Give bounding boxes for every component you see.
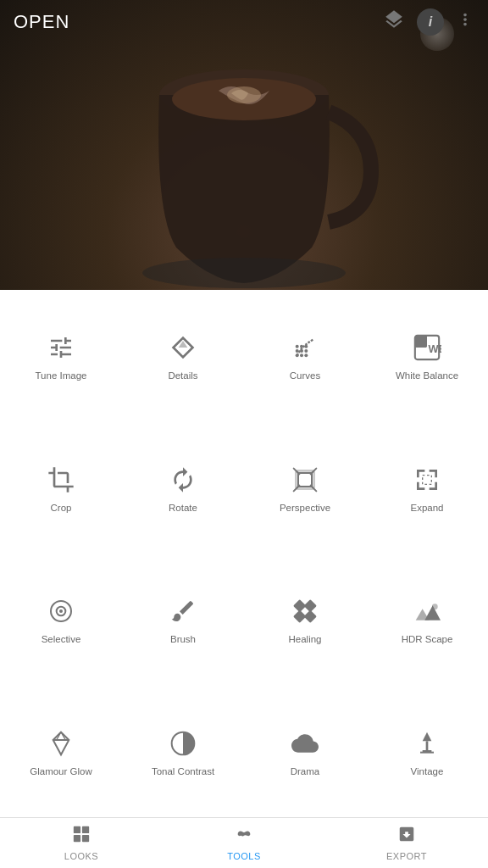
selective-label: Selective — [42, 633, 81, 646]
layers-icon[interactable] — [383, 8, 405, 36]
svg-point-5 — [300, 354, 303, 358]
tonal-contrast-icon — [168, 728, 198, 759]
tool-grid: Tune Image Details — [0, 290, 488, 817]
healing-label: Healing — [289, 633, 322, 646]
perspective-icon — [290, 465, 320, 495]
tool-details[interactable]: Details — [122, 290, 244, 422]
vintage-label: Vintage — [411, 765, 444, 778]
svg-point-3 — [142, 258, 346, 288]
rotate-label: Rotate — [169, 502, 197, 515]
tool-brush[interactable]: Brush — [122, 554, 244, 686]
svg-rect-26 — [82, 835, 89, 842]
vintage-icon — [412, 728, 442, 759]
tool-tune-image[interactable]: Tune Image — [0, 290, 122, 422]
tool-glamour-glow[interactable]: Glamour Glow — [0, 686, 122, 818]
more-icon[interactable] — [456, 10, 474, 34]
details-icon — [168, 332, 198, 363]
drama-label: Drama — [291, 765, 320, 778]
healing-icon — [290, 596, 320, 626]
svg-point-2 — [227, 86, 261, 103]
svg-rect-25 — [74, 835, 80, 842]
drama-icon — [290, 728, 320, 759]
info-icon[interactable]: i — [417, 8, 444, 36]
details-label: Details — [168, 370, 197, 382]
svg-rect-22 — [426, 741, 429, 750]
tool-selective[interactable]: Selective — [0, 554, 122, 686]
tool-healing[interactable]: Healing — [244, 554, 366, 686]
glamour-glow-icon — [46, 728, 76, 759]
tool-drama[interactable]: Drama — [244, 686, 366, 818]
tool-crop[interactable]: Crop — [0, 422, 122, 554]
tune-image-icon — [46, 332, 76, 363]
tool-vintage[interactable]: Vintage — [366, 686, 488, 818]
svg-point-19 — [59, 609, 63, 613]
rotate-icon — [168, 465, 198, 495]
crop-icon — [46, 465, 76, 495]
tool-tonal-contrast[interactable]: Tonal Contrast — [122, 686, 244, 818]
open-button[interactable]: OPEN — [14, 11, 69, 33]
selective-icon — [46, 596, 76, 626]
bottom-nav: LOOKS TOOLS EXPORT — [0, 817, 488, 868]
header-icons: i — [383, 8, 474, 36]
curves-icon — [290, 332, 320, 363]
tool-expand[interactable]: Expand — [366, 422, 488, 554]
tool-rotate[interactable]: Rotate — [122, 422, 244, 554]
tool-hdr-scape[interactable]: HDR Scape — [366, 554, 488, 686]
white-balance-icon: WB — [412, 332, 442, 363]
expand-icon — [412, 465, 442, 495]
tonal-contrast-label: Tonal Contrast — [152, 765, 214, 778]
crop-label: Crop — [51, 502, 72, 515]
export-nav-icon — [397, 825, 416, 848]
svg-point-20 — [432, 604, 438, 610]
export-nav-label: EXPORT — [386, 851, 427, 861]
svg-rect-14 — [415, 336, 427, 348]
svg-rect-23 — [74, 826, 80, 833]
white-balance-label: White Balance — [396, 370, 458, 382]
svg-rect-24 — [82, 826, 89, 833]
expand-label: Expand — [410, 502, 443, 515]
curves-label: Curves — [290, 370, 320, 382]
svg-rect-16 — [298, 473, 312, 487]
tool-perspective[interactable]: Perspective — [244, 422, 366, 554]
perspective-label: Perspective — [280, 502, 330, 515]
svg-text:WB: WB — [428, 342, 441, 355]
looks-nav-icon — [72, 825, 91, 848]
tools-nav-icon — [235, 825, 253, 848]
looks-nav-label: LOOKS — [64, 851, 98, 861]
glamour-glow-label: Glamour Glow — [30, 765, 92, 778]
tune-image-label: Tune Image — [36, 370, 87, 382]
tool-white-balance[interactable]: WB White Balance — [366, 290, 488, 422]
tool-curves[interactable]: Curves — [244, 290, 366, 422]
nav-tools[interactable]: TOOLS — [163, 818, 325, 868]
svg-point-9 — [304, 349, 308, 353]
hdr-scape-label: HDR Scape — [402, 633, 453, 646]
top-bar: OPEN i — [0, 0, 488, 44]
brush-icon — [168, 596, 198, 626]
bottom-panel: Tune Image Details — [0, 290, 488, 868]
tools-nav-label: TOOLS — [227, 851, 261, 861]
nav-export[interactable]: EXPORT — [325, 818, 488, 868]
svg-point-10 — [296, 345, 299, 348]
brush-label: Brush — [170, 633, 196, 646]
nav-looks[interactable]: LOOKS — [0, 818, 163, 868]
hdr-scape-icon — [412, 596, 442, 626]
svg-point-6 — [304, 354, 308, 358]
